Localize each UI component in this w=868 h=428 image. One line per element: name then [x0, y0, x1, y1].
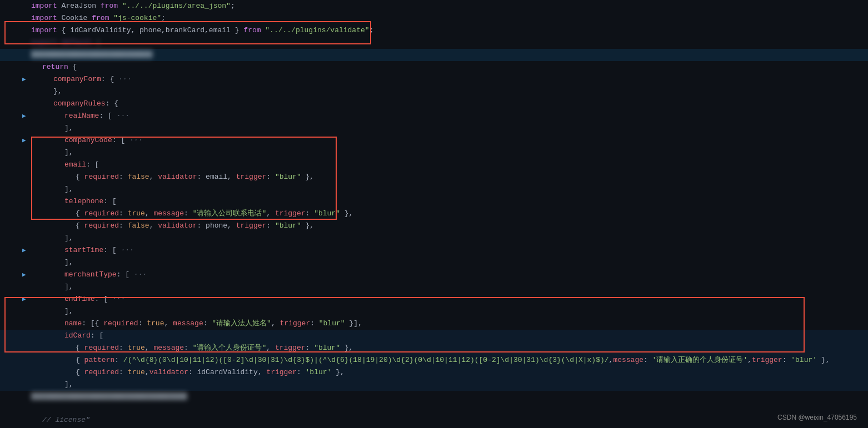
code-line: import Cookie from "js-cookie"; [0, 12, 868, 24]
code-line: return { [0, 61, 868, 73]
code-line: ], [0, 379, 868, 391]
code-line: { required: false, validator: email, tri… [0, 171, 868, 183]
code-editor: import AreaJson from "../../plugins/area… [0, 0, 868, 428]
code-line: ], [0, 232, 868, 244]
code-line: email: [ [0, 159, 868, 171]
code-line: { required: true, message: "请输入个人身份证号", … [0, 342, 868, 354]
code-line: // license" [0, 414, 868, 426]
code-line: name: [{ required: true, message: "请输入法人… [0, 318, 868, 330]
code-line: companyRules: { [0, 98, 868, 110]
code-line: }, [0, 85, 868, 98]
code-line: ▶ realName: [ ··· [0, 110, 868, 122]
code-line: ], [0, 305, 868, 318]
code-line: idCard: [ [0, 330, 868, 342]
code-line: ▶ companyCode: [ ··· [0, 134, 868, 147]
code-line: ], [0, 147, 868, 159]
code-line: { required: true,validator: idCardValidi… [0, 366, 868, 379]
code-line: ], [0, 122, 868, 134]
code-line: export default { [0, 37, 868, 49]
code-line: ▶ companyForm: { ··· [0, 73, 868, 85]
code-line: ████████████████████████████ [0, 49, 868, 61]
code-line: { required: false, validator: phone, tri… [0, 220, 868, 232]
code-line: { pattern: /(^\d{8}(0\d|10|11|12)([0-2]\… [0, 354, 868, 366]
code-line: { required: true, message: "请输入公司联系电话", … [0, 208, 868, 220]
code-line: import AreaJson from "../../plugins/area… [0, 0, 868, 12]
watermark: CSDN @weixin_47056195 [777, 414, 857, 421]
code-line [0, 403, 868, 414]
code-line: ▶ startTime: [ ··· [0, 244, 868, 256]
code-line: ▶ endTime: [ ··· [0, 293, 868, 305]
code-line: ████████████████████████████████████ [0, 391, 868, 403]
code-line: ], [0, 256, 868, 269]
code-line: ], [0, 183, 868, 195]
code-line: ], [0, 281, 868, 293]
code-line: ▶ merchantType: [ ··· [0, 269, 868, 281]
code-line: import { idCardValidity, phone,brankCard… [0, 24, 868, 37]
code-line: telephone: [ [0, 195, 868, 208]
